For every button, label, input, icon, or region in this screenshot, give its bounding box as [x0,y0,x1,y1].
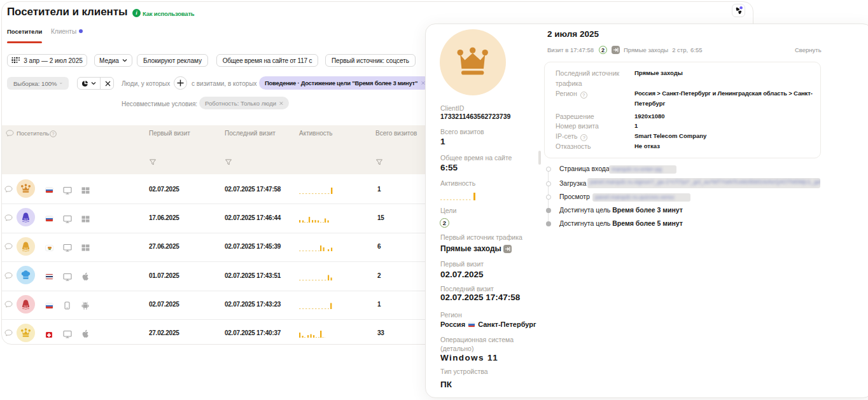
svg-text:?: ? [52,132,55,136]
